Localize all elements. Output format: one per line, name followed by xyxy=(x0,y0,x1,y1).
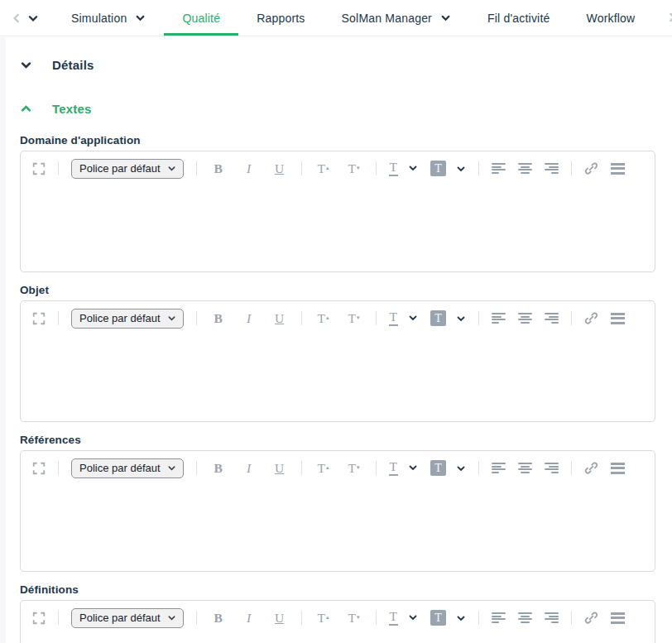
text-color-button[interactable]: T xyxy=(389,610,398,625)
font-family-select[interactable]: Police par défaut xyxy=(71,608,184,628)
superscript-button[interactable]: T▴ xyxy=(314,612,333,625)
toolbar-separator xyxy=(301,311,302,325)
tab-simulation[interactable]: Simulation xyxy=(53,0,164,36)
chevron-down-icon[interactable] xyxy=(408,163,418,173)
tab-workflow[interactable]: Workflow xyxy=(568,0,653,36)
text-color-button[interactable]: T xyxy=(389,161,398,175)
chevron-down-icon[interactable] xyxy=(408,612,418,622)
align-left-button[interactable] xyxy=(492,313,506,324)
section-textes[interactable]: Textes xyxy=(20,102,655,116)
menu-button[interactable] xyxy=(611,463,625,474)
chevron-down-icon[interactable] xyxy=(456,613,466,623)
field-objet: Objet Police par défaut B I U T▴ T▾ T T xyxy=(20,284,655,422)
chevron-down-icon xyxy=(20,59,32,71)
text-color-icon: T xyxy=(389,161,398,175)
superscript-button[interactable]: T▴ xyxy=(314,462,333,475)
align-center-button[interactable] xyxy=(518,612,532,623)
fullscreen-icon[interactable] xyxy=(32,162,46,175)
superscript-button[interactable]: T▴ xyxy=(314,312,333,325)
bold-button[interactable]: B xyxy=(209,312,228,325)
menu-button[interactable] xyxy=(611,163,625,175)
chevron-down-icon[interactable] xyxy=(456,164,466,174)
toolbar-separator xyxy=(571,161,572,175)
toolbar-separator xyxy=(301,461,302,475)
toolbar-separator xyxy=(478,311,479,325)
italic-button[interactable]: I xyxy=(240,462,258,475)
align-left-button[interactable] xyxy=(492,612,506,623)
chevron-down-icon[interactable] xyxy=(456,463,466,473)
tabs-list: Simulation Qualité Rapports SolMan Manag… xyxy=(53,0,653,36)
font-family-select[interactable]: Police par défaut xyxy=(71,309,184,329)
section-title: Textes xyxy=(52,102,92,116)
chevron-down-icon xyxy=(167,314,176,323)
insert-link-button[interactable] xyxy=(584,311,598,325)
menu-button[interactable] xyxy=(611,612,625,624)
section-details[interactable]: Détails xyxy=(20,58,655,72)
font-family-select[interactable]: Police par défaut xyxy=(71,458,184,478)
tab-solman-manager[interactable]: SolMan Manager xyxy=(324,0,469,36)
underline-button[interactable]: U xyxy=(271,612,289,625)
fullscreen-icon[interactable] xyxy=(32,312,46,325)
editor-content-area[interactable] xyxy=(21,482,655,569)
highlight-color-button[interactable]: T xyxy=(430,310,446,326)
highlight-color-button[interactable]: T xyxy=(430,460,446,476)
toolbar-separator xyxy=(301,611,302,625)
toolbar-separator xyxy=(478,611,479,625)
underline-button[interactable]: U xyxy=(271,162,289,175)
align-left-button[interactable] xyxy=(492,463,506,473)
text-color-button[interactable]: T xyxy=(389,310,398,325)
underline-button[interactable]: U xyxy=(271,312,289,325)
italic-button[interactable]: I xyxy=(240,162,258,175)
scroll-right-icon[interactable] xyxy=(666,12,672,23)
subscript-button[interactable]: T▾ xyxy=(345,612,363,625)
chevron-down-icon[interactable] xyxy=(408,463,418,473)
highlight-color-button[interactable]: T xyxy=(430,161,446,176)
align-center-button[interactable] xyxy=(518,463,532,473)
editor-content-area[interactable] xyxy=(21,183,655,270)
highlight-color-button[interactable]: T xyxy=(430,610,446,626)
align-center-button[interactable] xyxy=(518,163,532,174)
highlight-color-icon: T xyxy=(430,310,446,326)
subscript-button[interactable]: T▾ xyxy=(345,462,363,475)
editor-content-area[interactable] xyxy=(21,333,655,420)
tab-rapports[interactable]: Rapports xyxy=(238,0,323,36)
bold-button[interactable]: B xyxy=(209,612,228,625)
bold-button[interactable]: B xyxy=(209,462,228,475)
text-color-button[interactable]: T xyxy=(389,460,398,475)
fullscreen-icon[interactable] xyxy=(32,612,46,625)
scroll-left-icon[interactable] xyxy=(8,7,25,30)
align-left-button[interactable] xyxy=(492,163,506,174)
align-right-button[interactable] xyxy=(545,612,559,623)
underline-button[interactable]: U xyxy=(271,462,289,475)
toolbar-separator xyxy=(478,161,479,175)
editor-content-area[interactable] xyxy=(21,632,655,643)
align-right-button[interactable] xyxy=(545,313,559,324)
font-family-select[interactable]: Police par défaut xyxy=(71,159,184,179)
chevron-up-icon xyxy=(20,103,32,115)
insert-link-button[interactable] xyxy=(584,161,598,175)
page-left-gutter xyxy=(0,37,6,643)
italic-button[interactable]: I xyxy=(240,612,258,625)
align-left-icon xyxy=(492,463,506,473)
menu-button[interactable] xyxy=(611,313,625,324)
insert-link-button[interactable] xyxy=(584,611,598,625)
chevron-down-icon[interactable] xyxy=(408,313,418,323)
nav-dropdown-icon[interactable] xyxy=(25,7,41,30)
fullscreen-icon[interactable] xyxy=(32,462,46,475)
align-right-button[interactable] xyxy=(545,163,559,174)
align-right-button[interactable] xyxy=(545,463,559,473)
superscript-button[interactable]: T▴ xyxy=(314,162,333,175)
insert-link-button[interactable] xyxy=(584,461,598,475)
tab-fil-activite[interactable]: Fil d'activité xyxy=(469,0,569,36)
chevron-down-icon[interactable] xyxy=(456,314,466,324)
italic-button[interactable]: I xyxy=(240,312,258,325)
editor-toolbar: Police par défaut B I U T▴ T▾ T T xyxy=(21,301,655,333)
align-center-button[interactable] xyxy=(518,313,532,324)
tab-bar: Simulation Qualité Rapports SolMan Manag… xyxy=(0,0,672,36)
bold-button[interactable]: B xyxy=(209,162,228,175)
toolbar-separator xyxy=(58,611,59,625)
subscript-button[interactable]: T▾ xyxy=(345,312,363,325)
link-icon xyxy=(584,611,598,625)
subscript-button[interactable]: T▾ xyxy=(345,162,363,175)
tab-qualite[interactable]: Qualité xyxy=(164,0,238,36)
